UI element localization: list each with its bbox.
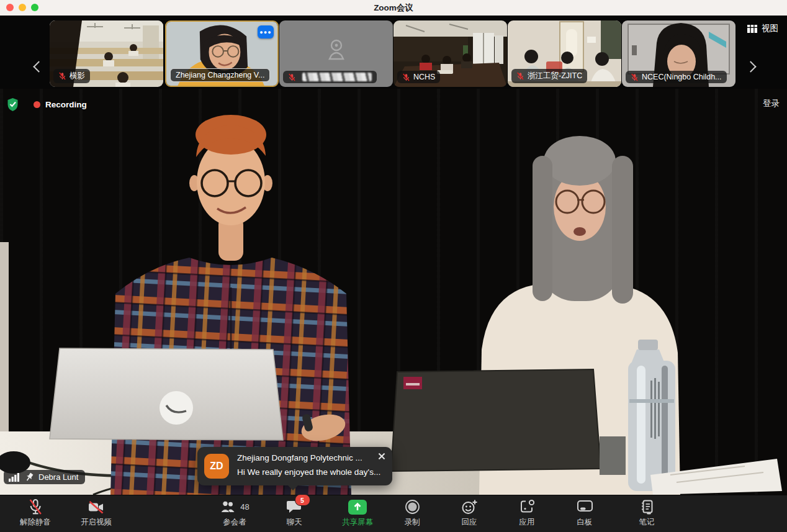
zoom-meeting-window: Zoom会议 (0, 0, 787, 532)
active-speaker-name-tag: Debra Lunt (4, 470, 85, 484)
participant-name: NCEC(Ningbo Childh... (642, 73, 722, 81)
participant-name-tag (283, 71, 377, 83)
signal-strength-icon (9, 472, 20, 482)
minimize-window-button[interactable] (19, 4, 26, 11)
participant-name: NCHS (413, 73, 435, 81)
traffic-lights (6, 4, 38, 11)
share-screen-icon (348, 500, 367, 515)
whiteboard-icon (577, 500, 593, 514)
unmute-button[interactable]: 解除静音 (14, 498, 57, 528)
participant-name: 浙江工贸-ZJITC (528, 71, 582, 81)
chat-label: 聊天 (287, 517, 302, 528)
start-video-label: 开启视频 (81, 517, 112, 528)
video-thumbnail-zjitc[interactable]: 浙江工贸-ZJITC (508, 20, 621, 87)
chat-unread-badge: 5 (295, 494, 310, 506)
participant-name-tag: Zhejiang Changzheng V... (170, 68, 270, 82)
video-filmstrip: 横影 ●●● Zhejiang Changzheng V... (0, 16, 787, 89)
muted-mic-icon (58, 72, 66, 80)
unmute-label: 解除静音 (20, 517, 51, 528)
close-window-button[interactable] (6, 4, 14, 11)
muted-mic-icon (516, 72, 524, 80)
active-speaker-name: Debra Lunt (38, 472, 78, 482)
reactions-label: 回应 (462, 517, 477, 528)
video-thumbnail-hengying[interactable]: 横影 (50, 20, 163, 87)
participant-name-tag: NCEC(Ningbo Childh... (626, 71, 727, 83)
obscured-name-scribble (302, 73, 372, 81)
close-icon[interactable] (377, 451, 387, 461)
scroll-right-chevron-icon[interactable] (745, 61, 756, 72)
participants-label: 参会者 (223, 517, 246, 528)
notes-button[interactable]: 笔记 (631, 498, 662, 528)
video-thumbnail-ncec[interactable]: NCEC(Ningbo Childh... (622, 20, 735, 87)
apps-button[interactable]: 应用 (511, 498, 542, 528)
apps-icon (519, 499, 535, 515)
participant-name-tag: 横影 (53, 69, 90, 83)
share-screen-button[interactable]: 共享屏幕 (337, 498, 378, 528)
reactions-button[interactable]: 回应 (454, 498, 485, 528)
participant-name: Zhejiang Changzheng V... (176, 71, 264, 79)
chat-sender-name: Zhejiang Dongfang Polytechnic ... (237, 453, 374, 462)
muted-mic-icon (631, 73, 639, 81)
meeting-status: Recording (6, 97, 87, 112)
encryption-shield-icon (6, 97, 19, 112)
reactions-smiley-icon (461, 499, 478, 515)
recording-label: Recording (45, 100, 87, 109)
pin-icon (25, 472, 34, 482)
chat-notification-popup[interactable]: ZD Zhejiang Dongfang Polytechnic ... Hi … (197, 447, 392, 485)
chat-sender-avatar: ZD (204, 454, 229, 479)
main-speaker-video: Recording 登录 Debra Lunt ZD Zhejiang Dong (0, 89, 787, 495)
start-video-button[interactable]: 开启视频 (74, 498, 118, 528)
share-screen-label: 共享屏幕 (342, 517, 373, 528)
participants-button[interactable]: 48 参会者 (208, 498, 261, 528)
notes-label: 笔记 (639, 517, 655, 528)
chat-button[interactable]: 5 聊天 (276, 498, 313, 528)
speaker-scene (0, 89, 787, 495)
view-button[interactable]: 视图 (744, 21, 782, 36)
apps-label: 应用 (519, 517, 535, 528)
meeting-toolbar: 解除静音 开启视频 48 (0, 495, 787, 532)
whiteboard-button[interactable]: 白板 (569, 498, 600, 528)
fullscreen-window-button[interactable] (31, 4, 38, 11)
video-thumbnail-zhejiang-changzheng[interactable]: ●●● Zhejiang Changzheng V... (165, 20, 279, 87)
participants-icon (220, 500, 237, 513)
grid-view-icon (747, 25, 757, 33)
video-off-icon (88, 500, 105, 514)
recording-dot-icon (34, 101, 40, 108)
muted-mic-icon (27, 498, 43, 515)
participant-name: 横影 (70, 71, 85, 81)
recording-indicator: Recording (34, 100, 87, 109)
record-button[interactable]: 录制 (397, 498, 428, 528)
whiteboard-label: 白板 (577, 517, 593, 528)
window-title: Zoom会议 (374, 2, 413, 14)
notes-icon (640, 499, 654, 515)
video-thumbnail-no-video[interactable] (279, 20, 393, 87)
thumbnail-more-options-button[interactable]: ●●● (258, 25, 274, 38)
view-button-label: 视图 (762, 23, 778, 34)
participant-name-tag: NCHS (397, 71, 440, 83)
titlebar: Zoom会议 (0, 0, 787, 16)
muted-mic-icon (402, 73, 410, 81)
record-icon (405, 499, 420, 515)
video-thumbnail-nchs[interactable]: NCHS (394, 20, 507, 87)
camera-placeholder-icon (325, 39, 348, 60)
login-link[interactable]: 登录 (763, 98, 780, 109)
participants-count: 48 (240, 502, 249, 512)
record-label: 录制 (405, 517, 420, 528)
muted-mic-icon (288, 73, 296, 81)
chat-message-preview: Hi We really enjoyed the whole day's... (237, 467, 381, 477)
participant-name-tag: 浙江工贸-ZJITC (511, 69, 587, 83)
scroll-left-chevron-icon[interactable] (33, 61, 44, 72)
